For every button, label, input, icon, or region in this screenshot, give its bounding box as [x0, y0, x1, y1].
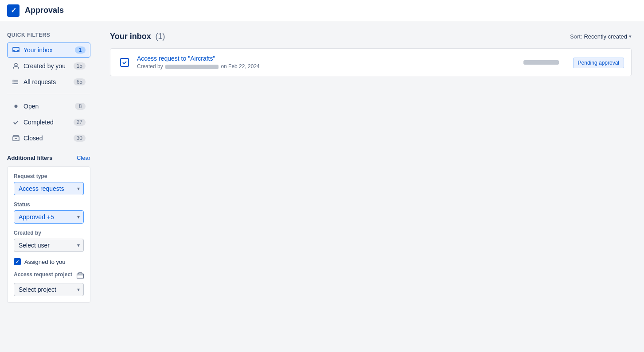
sort-chevron-icon: ▾ — [629, 34, 632, 39]
open-label: Open — [23, 103, 75, 110]
app-header: ✓ Approvals — [0, 0, 644, 21]
item-details: Access request to "Aircrafts" Created by… — [137, 55, 509, 70]
item-status: Pending approval — [573, 59, 624, 66]
all-requests-label: All requests — [23, 78, 74, 85]
all-requests-count: 65 — [74, 78, 86, 85]
request-type-group: Request type Access requests — [14, 173, 84, 195]
additional-filters-title: Additional filters — [7, 155, 53, 161]
date-label: on Feb 22, 2024 — [221, 63, 259, 70]
item-approval-icon — [117, 55, 132, 70]
status-select[interactable]: Approved +5 — [14, 210, 84, 224]
svg-rect-11 — [77, 274, 84, 278]
svg-point-7 — [13, 84, 13, 84]
sidebar-item-open[interactable]: Open 8 — [7, 99, 90, 114]
project-select[interactable]: Select project — [14, 283, 84, 296]
inbox-title: Your inbox — [110, 32, 151, 41]
list-icon — [12, 78, 20, 86]
created-by-select-wrapper: Select user — [14, 239, 84, 252]
sidebar-item-all-requests[interactable]: All requests 65 — [7, 74, 90, 89]
access-request-project-group: Access request project Select project — [14, 271, 84, 296]
status-filter-label: Status — [14, 201, 84, 208]
assigned-to-you-checkbox[interactable] — [14, 258, 21, 265]
additional-filters-header: Additional filters Clear — [7, 155, 90, 161]
status-select-wrapper: Approved +5 — [14, 210, 84, 224]
item-assignee — [523, 60, 559, 65]
svg-point-5 — [13, 80, 13, 81]
check-icon — [12, 118, 20, 126]
app-logo: ✓ — [7, 4, 20, 17]
app-title: Approvals — [25, 6, 64, 15]
sidebar-item-created-by-you[interactable]: Created by you 15 — [7, 58, 90, 73]
sidebar-divider — [7, 94, 90, 94]
author-redacted — [165, 65, 219, 69]
closed-count: 30 — [74, 135, 86, 142]
person-icon — [12, 62, 20, 70]
inbox-count: (1) — [156, 32, 165, 41]
svg-point-1 — [15, 63, 17, 66]
sidebar: Quick filters Your inbox 1 Created by yo… — [0, 21, 98, 352]
sort-prefix: Sort: — [570, 33, 582, 40]
item-title[interactable]: Access request to "Aircrafts" — [137, 55, 509, 62]
request-type-select[interactable]: Access requests — [14, 182, 84, 195]
project-icon — [77, 272, 84, 280]
assignee-avatar-redacted — [523, 60, 559, 65]
svg-point-8 — [15, 105, 18, 108]
table-row[interactable]: Access request to "Aircrafts" Created by… — [110, 49, 631, 76]
status-group: Status Approved +5 — [14, 201, 84, 224]
inbox-header: Your inbox (1) Sort: Recently created ▾ — [110, 32, 632, 41]
item-meta: Created by on Feb 22, 2024 — [137, 63, 509, 70]
your-inbox-label: Your inbox — [23, 46, 75, 54]
created-by-filter-label: Created by — [14, 230, 84, 236]
clear-filters-link[interactable]: Clear — [77, 155, 90, 161]
project-select-wrapper: Select project — [14, 283, 84, 296]
main-layout: Quick filters Your inbox 1 Created by yo… — [0, 21, 644, 352]
created-by-group: Created by Select user — [14, 230, 84, 252]
svg-rect-0 — [13, 47, 19, 52]
created-by-prefix: Created by — [137, 63, 163, 70]
archive-icon — [12, 134, 20, 142]
quick-filters-title: Quick filters — [7, 32, 90, 38]
access-request-project-label: Access request project — [14, 271, 72, 278]
request-type-label: Request type — [14, 173, 84, 179]
your-inbox-count: 1 — [75, 46, 86, 54]
sidebar-item-closed[interactable]: Closed 30 — [7, 131, 90, 146]
svg-point-6 — [13, 82, 13, 82]
sidebar-item-your-inbox[interactable]: Your inbox 1 — [7, 43, 90, 58]
created-by-select[interactable]: Select user — [14, 239, 84, 252]
dot-icon — [12, 102, 20, 110]
additional-filters-card: Request type Access requests Status Appr… — [7, 166, 90, 303]
assigned-to-you-row[interactable]: Assigned to you — [14, 258, 84, 265]
completed-count: 27 — [74, 119, 86, 126]
inbox-title-area: Your inbox (1) — [110, 32, 165, 41]
sidebar-item-completed[interactable]: Completed 27 — [7, 115, 90, 130]
sort-control[interactable]: Sort: Recently created ▾ — [570, 33, 632, 40]
inbox-icon — [12, 46, 20, 54]
open-count: 8 — [75, 103, 86, 110]
inbox-list: Access request to "Aircrafts" Created by… — [110, 48, 632, 76]
svg-rect-12 — [121, 58, 129, 66]
request-type-select-wrapper: Access requests — [14, 182, 84, 195]
status-badge: Pending approval — [573, 58, 624, 68]
main-content: Your inbox (1) Sort: Recently created ▾ … — [98, 21, 644, 352]
logo-check-icon: ✓ — [11, 6, 16, 15]
sort-value: Recently created — [584, 33, 627, 40]
created-by-you-label: Created by you — [23, 62, 74, 70]
assigned-to-you-label: Assigned to you — [24, 259, 66, 265]
access-request-project-header: Access request project — [14, 271, 84, 280]
completed-label: Completed — [23, 119, 74, 126]
closed-label: Closed — [23, 135, 74, 142]
created-by-you-count: 15 — [74, 62, 86, 70]
